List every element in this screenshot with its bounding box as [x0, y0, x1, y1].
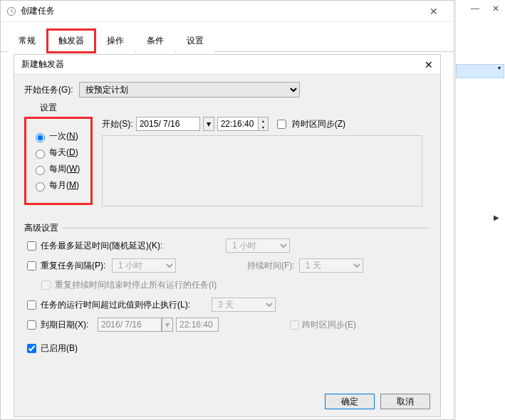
radio-daily-input[interactable]: [36, 149, 45, 159]
enabled-label: 已启用(B): [41, 342, 78, 355]
tab-general[interactable]: 常规: [8, 30, 46, 52]
repeat-interval-select: 1 小时: [112, 258, 176, 273]
close-button[interactable]: ✕: [420, 6, 448, 17]
begin-task-select[interactable]: 按预定计划: [79, 82, 300, 98]
duration-select: 1 天: [299, 258, 363, 273]
stop-if-longer-row: 任务的运行时间超过此值则停止执行(L): 3 天: [24, 298, 430, 312]
create-task-dialog: 创建任务 ✕ 常规 触发器 操作 条件 设置 新建触发器 ✕ 开始任务(G): …: [0, 0, 454, 420]
tz-sync-label: 跨时区同步(Z): [292, 118, 345, 130]
start-datetime-row: 开始(S): ▾ ▴ ▾ 跨时区同步(Z): [102, 117, 422, 131]
clock-icon: [6, 6, 16, 16]
close-icon[interactable]: ✕: [492, 4, 499, 14]
repeat-checkbox[interactable]: [27, 261, 36, 271]
inner-title: 新建触发器: [21, 58, 412, 70]
expire-calendar-icon: ▾: [162, 317, 173, 332]
expire-date-input: [98, 317, 162, 332]
expire-label: 到期日期(X):: [41, 319, 98, 331]
expand-icon[interactable]: ▶: [494, 214, 499, 221]
radio-monthly-input[interactable]: [36, 182, 45, 191]
start-time-input[interactable]: [218, 117, 258, 130]
dialog-title: 创建任务: [21, 5, 420, 17]
minimize-icon[interactable]: —: [471, 4, 479, 14]
background-window-panel: [455, 0, 505, 420]
dialog-titlebar: 创建任务 ✕: [1, 1, 454, 22]
expire-row: 到期日期(X): ▾ 跨时区同步(E): [24, 317, 430, 332]
radio-weekly-input[interactable]: [36, 166, 45, 175]
stop-at-end-checkbox: [41, 280, 51, 290]
start-label: 开始(S):: [102, 118, 132, 130]
radio-once[interactable]: 一次(N): [32, 130, 85, 142]
frequency-group: 一次(N) 每天(D) 每周(W) 每月(M): [24, 117, 93, 205]
enabled-checkbox[interactable]: [27, 344, 36, 353]
dialog-buttons: 确定 取消: [325, 394, 430, 409]
random-delay-row: 任务最多延迟时间(随机延迟)(K): 1 小时: [24, 238, 430, 253]
dropdown-icon: ▾: [498, 65, 501, 71]
background-list-header[interactable]: ▾: [456, 64, 504, 78]
expire-tz-checkbox: [290, 320, 299, 330]
calendar-dropdown-icon[interactable]: ▾: [203, 117, 214, 131]
dialog-content: 开始任务(G): 按预定计划 设置 一次(N) 每天(D): [14, 75, 440, 368]
tab-triggers[interactable]: 触发器: [48, 30, 95, 52]
radio-weekly-label: 每周(W): [49, 163, 80, 175]
stop-at-end-row: 重复持续时间结束时停止所有运行的任务(I): [38, 278, 430, 292]
radio-monthly-label: 每月(M): [49, 179, 79, 191]
radio-daily[interactable]: 每天(D): [32, 147, 85, 159]
inner-close-button[interactable]: ✕: [412, 59, 433, 70]
radio-once-input[interactable]: [36, 133, 45, 142]
expire-tz-label: 跨时区同步(E): [302, 319, 356, 331]
radio-daily-label: 每天(D): [49, 147, 78, 159]
start-time-spinner[interactable]: ▴ ▾: [217, 117, 269, 131]
background-window-controls: — ✕: [471, 0, 499, 17]
radio-once-label: 一次(N): [49, 130, 78, 142]
begin-task-row: 开始任务(G): 按预定计划: [24, 82, 430, 98]
begin-task-label: 开始任务(G):: [24, 84, 73, 96]
cancel-button[interactable]: 取消: [380, 394, 430, 409]
stop-if-longer-checkbox[interactable]: [27, 300, 36, 310]
random-delay-select: 1 小时: [226, 238, 290, 253]
schedule-detail-panel: [102, 135, 422, 206]
random-delay-label: 任务最多延迟时间(随机延迟)(K):: [41, 240, 226, 252]
expire-time-input: [176, 317, 219, 332]
new-trigger-dialog: 新建触发器 ✕ 开始任务(G): 按预定计划 设置 一次(N): [14, 54, 441, 417]
duration-label: 持续时间(F):: [247, 260, 295, 272]
stop-at-end-label: 重复持续时间结束时停止所有运行的任务(I): [55, 279, 217, 291]
stop-if-longer-label: 任务的运行时间超过此值则停止执行(L):: [41, 299, 212, 311]
random-delay-checkbox[interactable]: [27, 241, 36, 251]
repeat-label: 重复任务间隔(P):: [41, 260, 112, 272]
advanced-settings-group: 高级设置 任务最多延迟时间(随机延迟)(K): 1 小时 重复任务间隔(P): …: [24, 228, 430, 355]
time-up-icon[interactable]: ▴: [259, 117, 268, 124]
advanced-legend: 高级设置: [24, 222, 63, 234]
time-down-icon[interactable]: ▾: [259, 124, 268, 130]
start-date-input[interactable]: [136, 117, 200, 131]
tab-conditions[interactable]: 条件: [136, 30, 175, 52]
radio-monthly[interactable]: 每月(M): [32, 179, 85, 191]
expire-checkbox[interactable]: [27, 320, 36, 330]
enabled-row: 已启用(B): [24, 342, 430, 355]
radio-weekly[interactable]: 每周(W): [32, 163, 85, 175]
ok-button[interactable]: 确定: [325, 394, 375, 409]
repeat-row: 重复任务间隔(P): 1 小时 持续时间(F): 1 天: [24, 258, 430, 273]
tz-sync-checkbox[interactable]: [277, 120, 286, 129]
settings-label: 设置: [40, 102, 430, 114]
tab-bar: 常规 触发器 操作 条件 设置: [1, 22, 454, 52]
schedule-settings: 开始(S): ▾ ▴ ▾ 跨时区同步(Z): [102, 117, 422, 206]
stop-if-longer-select: 3 天: [212, 298, 276, 312]
tab-actions[interactable]: 操作: [96, 30, 135, 52]
inner-titlebar: 新建触发器 ✕: [14, 55, 440, 75]
tab-settings[interactable]: 设置: [176, 30, 214, 52]
